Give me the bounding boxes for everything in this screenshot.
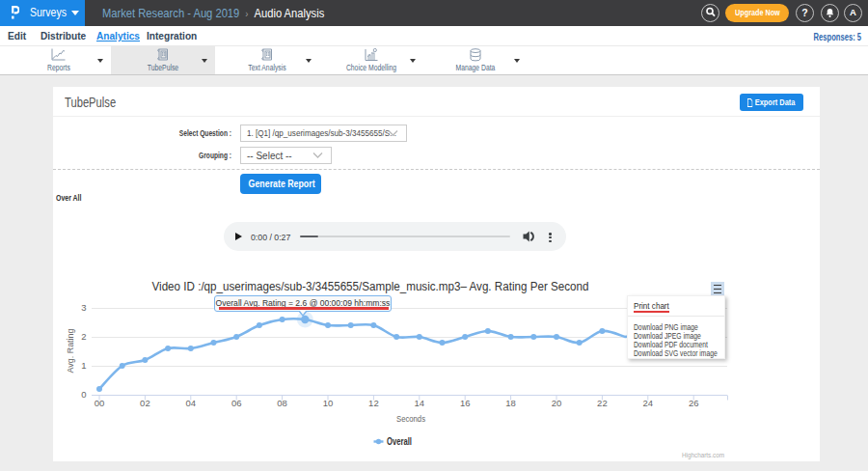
svg-text:0: 0 xyxy=(81,389,86,400)
svg-text:04: 04 xyxy=(186,398,197,408)
svg-text:12: 12 xyxy=(368,398,379,408)
svg-text:18: 18 xyxy=(505,398,516,408)
svg-text:2: 2 xyxy=(81,331,86,342)
svg-text:Overall: Overall xyxy=(387,436,412,447)
svg-text:22: 22 xyxy=(597,398,608,408)
svg-text:08: 08 xyxy=(277,398,287,408)
svg-text:3: 3 xyxy=(81,302,86,313)
svg-text:10: 10 xyxy=(323,398,334,408)
svg-text:16: 16 xyxy=(460,398,471,408)
svg-text:26: 26 xyxy=(689,398,699,408)
svg-text:Avg. Rating: Avg. Rating xyxy=(65,329,75,374)
svg-text:06: 06 xyxy=(231,398,242,408)
svg-text:1: 1 xyxy=(81,360,86,371)
svg-text:Seconds: Seconds xyxy=(396,413,425,424)
svg-text:20: 20 xyxy=(552,398,562,408)
svg-text:24: 24 xyxy=(643,398,654,408)
svg-text:Video ID :/qp_userimages/sub-3: Video ID :/qp_userimages/sub-3/3455655/S… xyxy=(152,280,589,293)
svg-text:02: 02 xyxy=(140,398,150,408)
svg-text:00: 00 xyxy=(95,398,105,408)
svg-text:14: 14 xyxy=(415,398,425,408)
svg-text:Highcharts.com: Highcharts.com xyxy=(682,451,724,459)
